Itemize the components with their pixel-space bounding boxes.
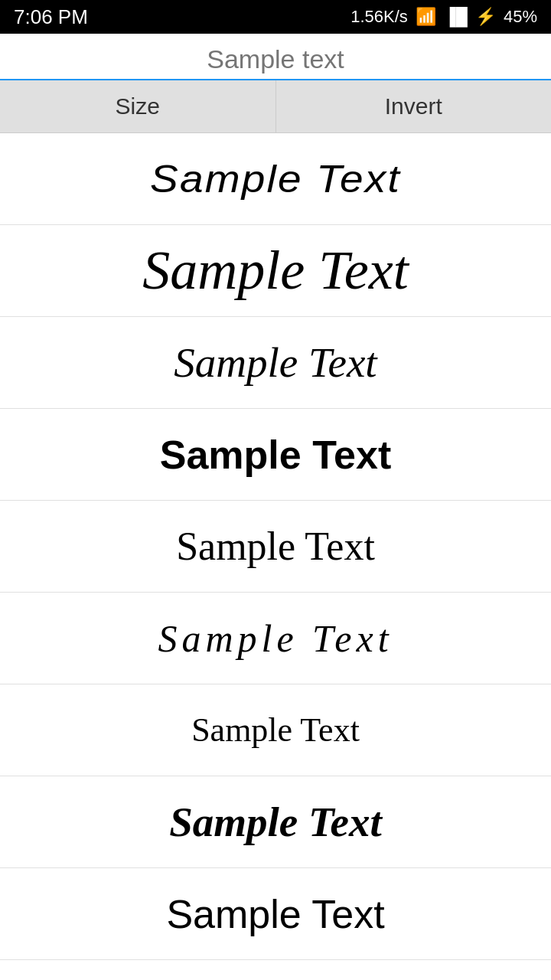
font-text-1: Sample Text — [142, 239, 408, 302]
status-time: 7:06 PM — [14, 5, 88, 29]
status-network: 1.56K/s — [350, 7, 408, 27]
font-item-8[interactable]: Sample Text — [0, 868, 551, 960]
font-text-8: Sample Text — [166, 891, 384, 937]
font-item-6[interactable]: Sample Text — [0, 684, 551, 776]
status-bar: 7:06 PM 1.56K/s 📶 ▐█ ⚡ 45% — [0, 0, 551, 34]
signal-icon: ▐█ — [444, 7, 468, 27]
font-item-7[interactable]: Sample Text — [0, 776, 551, 868]
font-text-4: Sample Text — [176, 524, 375, 569]
wifi-icon: 📶 — [416, 7, 436, 27]
font-item-3[interactable]: Sample Text — [0, 409, 551, 501]
size-button[interactable]: Size — [0, 80, 276, 132]
invert-button[interactable]: Invert — [276, 80, 552, 132]
font-text-5: Sample Text — [158, 616, 393, 661]
battery-icon: ⚡ — [475, 7, 496, 27]
font-text-2: Sample Text — [174, 338, 377, 387]
search-container — [0, 34, 551, 80]
font-item-4[interactable]: Sample Text — [0, 501, 551, 593]
search-input[interactable] — [15, 44, 536, 74]
status-right: 1.56K/s 📶 ▐█ ⚡ 45% — [350, 7, 537, 27]
font-item-2[interactable]: Sample Text — [0, 317, 551, 409]
button-row: Size Invert — [0, 80, 551, 133]
font-text-0: Sample Text — [150, 157, 401, 201]
font-text-7: Sample Text — [169, 798, 382, 846]
font-item-0[interactable]: Sample Text — [0, 133, 551, 225]
font-item-1[interactable]: Sample Text — [0, 225, 551, 317]
font-text-6: Sample Text — [191, 710, 360, 750]
font-list: Sample TextSample TextSample TextSample … — [0, 133, 551, 980]
font-item-5[interactable]: Sample Text — [0, 593, 551, 684]
battery-level: 45% — [504, 7, 537, 27]
font-item-9[interactable]: Sample Text — [0, 960, 551, 980]
font-text-3: Sample Text — [160, 432, 391, 478]
